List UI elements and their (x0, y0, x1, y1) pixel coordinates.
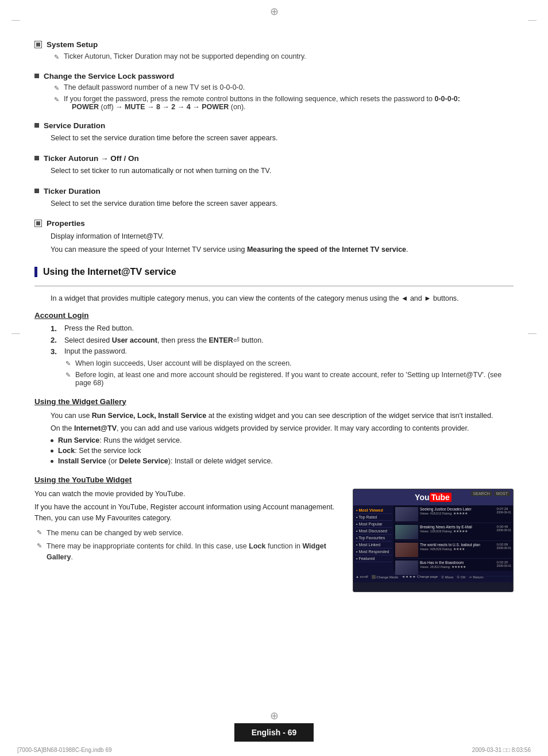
page-footer: English - 69 (0, 723, 548, 742)
tv-sidebar-most-responded: • Most Responded (355, 548, 392, 555)
bullet-run-service: Run Service: Runs the widget service. (51, 436, 514, 444)
tv-video-time-1: 0:07:292009-09-01 (496, 507, 511, 521)
note-pencil-icon-2: ✎ (52, 95, 61, 104)
bullet-square-icon-3 (34, 156, 39, 160)
youtube-logo: YouTube (415, 493, 451, 502)
border-mark-right-mid (528, 333, 537, 334)
tv-content-area: • Most Viewed • Top Rated • Most Popular… (353, 505, 513, 571)
note-pencil-icon-5: ✎ (34, 528, 44, 537)
note-pencil-icon-3: ✎ (63, 359, 72, 369)
account-login-note1-text: When login succeeds, User account will b… (75, 359, 292, 367)
tv-video-time-2: 0:00:492009-09-01 (496, 525, 511, 539)
tv-video-meta-2: Views: 128,826 Rating: ★★★★★ (420, 529, 495, 533)
border-mark-left-mid (11, 333, 20, 334)
tv-video-meta-4: Views: 28,822 Rating: ★★★★★ (420, 565, 495, 569)
youtube-logo-tube: Tube (430, 493, 451, 502)
tv-footer-change-page: ◄◄ ►► Change page (402, 575, 438, 578)
change-password-title: Change the Service Lock password (44, 72, 174, 80)
tv-video-thumb-3 (395, 543, 418, 557)
widget-gallery-desc2: On the Internet@TV, you can add and use … (51, 423, 514, 434)
properties-desc1: Display information of Internet@TV. (51, 231, 514, 242)
step-1: 1. Press the Red button. (51, 324, 514, 333)
note-pencil-icon-4: ✎ (63, 371, 72, 380)
crosshair-top-icon: ⊕ (268, 6, 280, 17)
step-3-text: Input the password. (64, 347, 127, 355)
youtube-tv-screenshot: SEARCH MOST YouTube • Most Viewed (353, 489, 514, 592)
tv-sidebar-most-popular: • Most Popular (355, 521, 392, 528)
section-account-login: Account Login 1. Press the Red button. 2… (34, 311, 514, 387)
section-ticker-duration: Ticker Duration Select to set the servic… (34, 187, 514, 209)
youtube-desc2: If you have the account in YouTube, Regi… (34, 502, 341, 524)
section-service-duration: Service Duration Select to set the servi… (34, 121, 514, 144)
ticker-autorun-heading: Ticker Autorun → Off / On (34, 154, 514, 163)
note-pencil-icon: ✎ (52, 52, 61, 62)
account-login-note1: ✎ When login succeeds, User account will… (63, 359, 514, 369)
wg-desc1-bold: Run Service, Lock, Install Service (92, 412, 206, 420)
service-duration-desc: Select to set the service duration time … (51, 133, 514, 144)
bullet-lock-text: Lock: Set the service lock (58, 447, 141, 455)
change-password-note2-text: If you forget the password, press the re… (64, 95, 460, 111)
tv-footer-ok: ① OK (457, 575, 465, 579)
youtube-desc1: You can watch the movie provided by YouT… (34, 489, 341, 500)
wg-desc2-suffix: , you can add and use various widgets pr… (117, 424, 469, 432)
system-setup-note-text: Ticker Autorun, Ticker Duration may not … (64, 52, 306, 60)
ticker-autorun-desc: Select to set ticker to run automaticall… (51, 166, 514, 176)
tv-main-content: Seeking Justice Decades Later Views: 418… (393, 505, 513, 571)
tv-sidebar-top-favourites: • Top Favourites (355, 535, 392, 542)
file-info-left: [7000-SA]BN68-01988C-Eng.indb 69 (17, 747, 112, 753)
wg-desc2-prefix: On the (51, 424, 74, 432)
file-info-bar: [7000-SA]BN68-01988C-Eng.indb 69 2009-03… (17, 747, 531, 753)
system-setup-note: ✎ Ticker Autorun, Ticker Duration may no… (52, 52, 514, 62)
page-number-box: English - 69 (234, 723, 314, 742)
ticker-duration-title: Ticker Duration (44, 187, 101, 195)
service-duration-heading: Service Duration (34, 121, 514, 130)
checkbox-check (36, 43, 40, 47)
bullet-lock: Lock: Set the service lock (51, 447, 514, 455)
tv-video-thumb-2 (395, 525, 418, 539)
bullet-square-icon-4 (34, 189, 39, 193)
tv-footer-move: ① Move (441, 575, 453, 579)
bullet-install-service-text: Install Service (or Delete Service): Ins… (58, 457, 273, 465)
tv-video-title-4: Bus Has in the Boardroom (420, 561, 495, 565)
account-login-heading: Account Login (34, 311, 514, 320)
youtube-logo-you: You (415, 493, 429, 502)
youtube-note2-text: There may be inappropriate contents for … (47, 541, 341, 563)
bullet-square-icon (34, 74, 39, 78)
file-info-right: 2009-03-31 □□ 8:03:56 (472, 747, 531, 753)
change-password-note1: ✎ The default password number of a new T… (52, 83, 514, 93)
tv-video-item-2: Breaking News Alerts by E-Mail Views: 12… (395, 525, 511, 541)
tv-video-info-3: The world reacts to U.S. bailout plan Vi… (420, 543, 495, 557)
tv-screenshot-display: SEARCH MOST YouTube • Most Viewed (353, 489, 514, 592)
bullet-dot-icon-3 (51, 460, 53, 463)
step-1-num: 1. (51, 324, 61, 333)
properties-desc2-bold: Measuring the speed of the Internet TV s… (247, 245, 406, 254)
system-setup-title: System Setup (47, 40, 98, 49)
checkbox-check-2 (36, 221, 40, 225)
wg-desc1-suffix: at the existing widget and you can see d… (206, 412, 493, 420)
step-1-text: Press the Red button. (64, 324, 134, 332)
system-setup-heading: System Setup (34, 40, 514, 49)
section-youtube-widget: Using the YouTube Widget You can watch t… (34, 475, 514, 592)
step-2-num: 2. (51, 336, 61, 344)
tv-sidebar-most-linked: • Most Linked (355, 542, 392, 548)
crosshair-bottom-icon: ⊕ (268, 710, 280, 722)
section-separator (34, 286, 514, 286)
using-service-intro: In a widget that provides multiple categ… (51, 293, 514, 304)
tv-footer-change-mode: ⬛ Change Mode (372, 575, 398, 579)
wg-desc2-bold: Internet@TV (74, 424, 117, 432)
ticker-duration-desc: Select to set the service duration time … (51, 198, 514, 209)
tv-sidebar: • Most Viewed • Top Rated • Most Popular… (353, 505, 393, 571)
tv-sidebar-top-rated: • Top Rated (355, 514, 392, 521)
bullet-dot-icon-1 (51, 439, 53, 442)
content-body: System Setup ✎ Ticker Autorun, Ticker Du… (34, 23, 514, 592)
section-change-password: Change the Service Lock password ✎ The d… (34, 72, 514, 111)
tv-video-time-4: 0:02:202009-09-01 (496, 561, 511, 575)
tv-sidebar-most-discussed: • Most Discussed (355, 528, 392, 535)
tv-video-time-3: 0:02:092009-09-01 (496, 543, 511, 557)
youtube-note2: ✎ There may be inappropriate contents fo… (34, 541, 341, 563)
change-password-heading: Change the Service Lock password (34, 72, 514, 80)
tv-video-title-3: The world reacts to U.S. bailout plan (420, 543, 495, 547)
ticker-duration-heading: Ticker Duration (34, 187, 514, 195)
page-container: ⊕ System Setup ✎ Ticker Autorun, Ticker … (0, 0, 548, 756)
section-system-setup: System Setup ✎ Ticker Autorun, Ticker Du… (34, 40, 514, 62)
